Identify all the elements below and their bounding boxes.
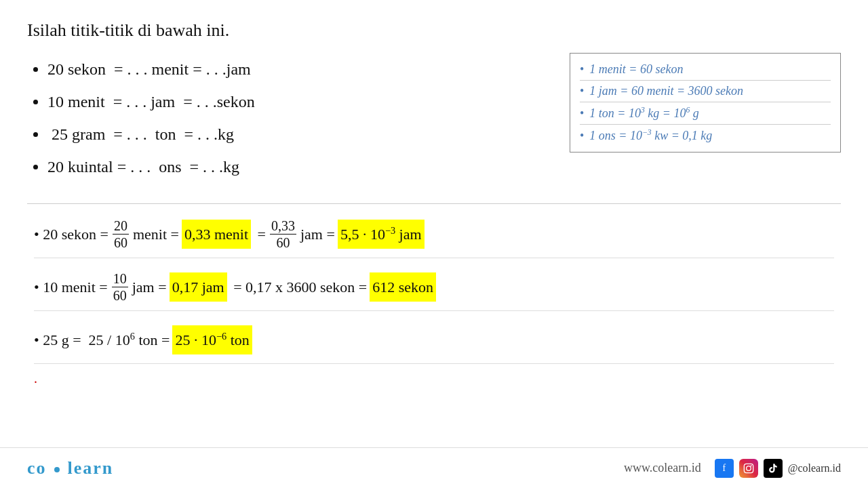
sol1-fraction-1: 20 60 bbox=[113, 218, 129, 251]
divider-1 bbox=[27, 203, 841, 204]
sol1-frac2-den: 60 bbox=[275, 235, 291, 251]
sol2-fraction-1: 10 60 bbox=[112, 270, 128, 304]
instagram-icon bbox=[739, 459, 758, 478]
sol3-label: • 25 g = 25 / 106 ton = bbox=[34, 327, 170, 354]
sol2-frac1-num: 10 bbox=[112, 270, 128, 287]
footer: co learn www.colearn.id f @colearn.id bbox=[0, 447, 868, 488]
footer-social: f @colearn.id bbox=[715, 459, 841, 478]
sol2-frac1-den: 60 bbox=[112, 287, 128, 304]
ref-item-2: • 1 jam = 60 menit = 3600 sekon bbox=[580, 81, 831, 102]
ref-bullet-2: • bbox=[580, 84, 584, 98]
solution-row-2: • 10 menit = 10 60 jam = 0,17 jam = 0,17… bbox=[34, 264, 834, 311]
cursor-dot: · bbox=[34, 369, 834, 390]
sol2-highlight-2: 612 sekon bbox=[370, 272, 436, 302]
ref-item-1: • 1 menit = 60 sekon bbox=[580, 59, 831, 81]
sol1-label: • 20 sekon = bbox=[34, 221, 108, 248]
logo-co: co bbox=[27, 458, 47, 478]
ref-bullet-4: • bbox=[580, 129, 584, 143]
ref-item-3: • 1 ton = 103 kg = 106 g bbox=[580, 102, 831, 125]
solution-row-1: • 20 sekon = 20 60 menit = 0,33 menit = … bbox=[34, 211, 834, 258]
question-4: 20 kuintal = . . . ons = . . .kg bbox=[47, 150, 549, 183]
facebook-icon: f bbox=[715, 459, 734, 478]
sol1-menit-label: menit = bbox=[133, 221, 179, 248]
sol1-highlight-1: 0,33 menit bbox=[182, 220, 251, 249]
ref-text-3: 1 ton = 103 kg = 106 g bbox=[589, 106, 698, 121]
ref-text-4: 1 ons = 10−3 kw = 0,1 kg bbox=[589, 128, 712, 143]
sol1-eq: = bbox=[254, 221, 266, 248]
footer-logo: co learn bbox=[27, 458, 113, 479]
ref-item-4: • 1 ons = 10−3 kw = 0,1 kg bbox=[580, 125, 831, 146]
ref-text-1: 1 menit = 60 sekon bbox=[589, 62, 683, 77]
sol3-highlight-1: 25 · 10−6 ton bbox=[172, 325, 252, 355]
logo-learn: learn bbox=[68, 458, 114, 478]
sol2-jam-label: jam = bbox=[132, 274, 167, 301]
ref-text-2: 1 jam = 60 menit = 3600 sekon bbox=[589, 84, 743, 98]
sol2-eq: = 0,17 x 3600 sekon = bbox=[230, 274, 368, 301]
question-3: 25 gram = . . . ton = . . .kg bbox=[47, 118, 549, 150]
questions-list: 20 sekon = . . . menit = . . .jam 10 men… bbox=[27, 53, 549, 183]
instruction-text: Isilah titik-titik di bawah ini. bbox=[27, 20, 841, 41]
sol2-label: • 10 menit = bbox=[34, 274, 108, 301]
svg-point-1 bbox=[746, 466, 751, 470]
question-1: 20 sekon = . . . menit = . . .jam bbox=[47, 53, 549, 85]
footer-right: www.colearn.id f @colearn.id bbox=[624, 459, 841, 478]
sol1-fraction-2: 0,33 60 bbox=[270, 218, 296, 251]
solution-row-3: • 25 g = 25 / 106 ton = 25 · 10−6 ton bbox=[34, 317, 834, 364]
ref-bullet-3: • bbox=[580, 106, 584, 121]
sol1-frac2-num: 0,33 bbox=[270, 218, 296, 235]
svg-rect-0 bbox=[744, 464, 753, 472]
sol1-jam-label: jam = bbox=[300, 221, 335, 248]
top-section: 20 sekon = . . . menit = . . .jam 10 men… bbox=[27, 53, 841, 183]
social-handle: @colearn.id bbox=[788, 462, 841, 474]
ref-bullet-1: • bbox=[580, 62, 584, 77]
question-2: 10 menit = . . . jam = . . .sekon bbox=[47, 85, 549, 118]
footer-url: www.colearn.id bbox=[624, 461, 701, 475]
sol1-highlight-2: 5,5 · 10−3 jam bbox=[338, 220, 425, 249]
reference-box: • 1 menit = 60 sekon • 1 jam = 60 menit … bbox=[570, 53, 841, 152]
svg-point-2 bbox=[750, 465, 751, 466]
sol2-highlight-1: 0,17 jam bbox=[170, 272, 227, 302]
logo-dot bbox=[54, 467, 60, 472]
tiktok-icon bbox=[764, 459, 783, 478]
sol1-frac1-den: 60 bbox=[113, 235, 129, 251]
solutions-section: • 20 sekon = 20 60 menit = 0,33 menit = … bbox=[27, 211, 841, 390]
main-content: Isilah titik-titik di bawah ini. 20 seko… bbox=[0, 0, 868, 390]
sol1-frac1-num: 20 bbox=[113, 218, 129, 235]
